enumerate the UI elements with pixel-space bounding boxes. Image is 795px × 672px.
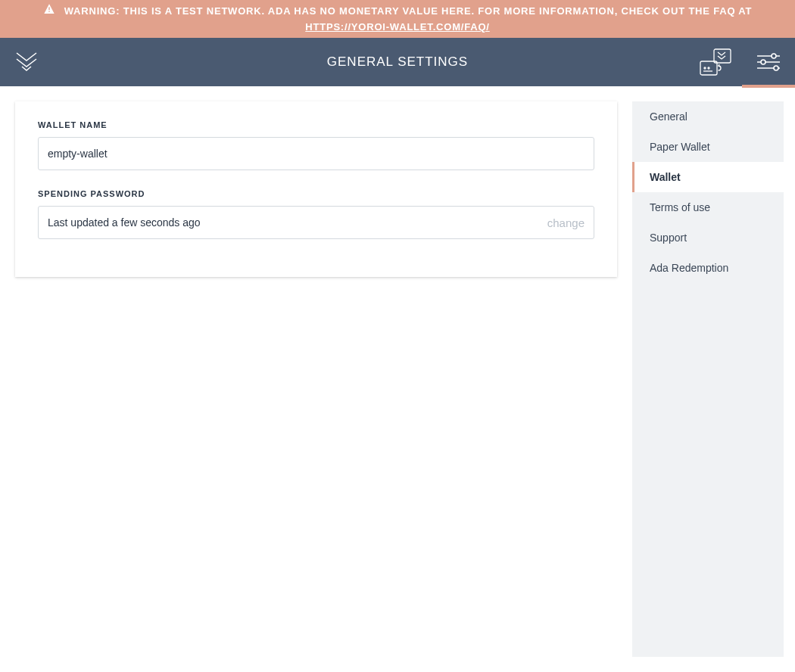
wallet-name-label: WALLET NAME (38, 120, 594, 129)
svg-rect-0 (48, 7, 49, 10)
svg-rect-1 (48, 11, 49, 12)
warning-banner-faq-link[interactable]: HTTPS://YOROI-WALLET.COM/FAQ/ (305, 20, 489, 35)
page-title: GENERAL SETTINGS (0, 54, 795, 70)
warning-triangle-icon (43, 3, 55, 20)
sidebar-item-terms-of-use[interactable]: Terms of use (632, 192, 784, 222)
svg-point-4 (704, 67, 706, 69)
sidebar-item-paper-wallet[interactable]: Paper Wallet (632, 132, 784, 162)
svg-point-10 (761, 60, 765, 64)
sidebar-item-label: General (650, 110, 687, 123)
change-password-button[interactable]: change (547, 216, 585, 229)
sidebar-item-general[interactable]: General (632, 101, 784, 132)
spending-password-row: Last updated a few seconds ago change (38, 206, 594, 239)
svg-point-8 (772, 54, 776, 58)
wallet-name-input[interactable] (38, 137, 594, 170)
sidebar-item-label: Support (650, 232, 687, 244)
svg-rect-3 (700, 61, 717, 75)
sidebar-item-ada-redemption[interactable]: Ada Redemption (632, 253, 784, 283)
warning-banner-text: WARNING: THIS IS A TEST NETWORK. ADA HAS… (64, 4, 752, 19)
sidebar-item-label: Terms of use (650, 201, 710, 213)
wallet-settings-card: WALLET NAME SPENDING PASSWORD Last updat… (15, 101, 617, 277)
sidebar-item-label: Ada Redemption (650, 262, 728, 274)
spending-password-status: Last updated a few seconds ago (48, 216, 201, 229)
spending-password-label: SPENDING PASSWORD (38, 189, 594, 198)
app-header: GENERAL SETTINGS (0, 38, 795, 86)
settings-sliders-icon[interactable] (742, 38, 795, 86)
sidebar-item-label: Paper Wallet (650, 141, 710, 153)
yoroi-logo-button[interactable] (0, 38, 53, 86)
svg-rect-2 (714, 49, 731, 63)
sidebar-item-support[interactable]: Support (632, 222, 784, 253)
sidebar-item-wallet[interactable]: Wallet (632, 162, 784, 192)
svg-point-12 (774, 66, 778, 70)
svg-point-5 (708, 67, 709, 69)
test-network-warning-banner: WARNING: THIS IS A TEST NETWORK. ADA HAS… (0, 0, 795, 38)
sidebar-item-label: Wallet (650, 171, 681, 183)
settings-sidebar: General Paper Wallet Wallet Terms of use… (632, 101, 784, 657)
with-ledger-nano-icon[interactable] (689, 38, 742, 86)
